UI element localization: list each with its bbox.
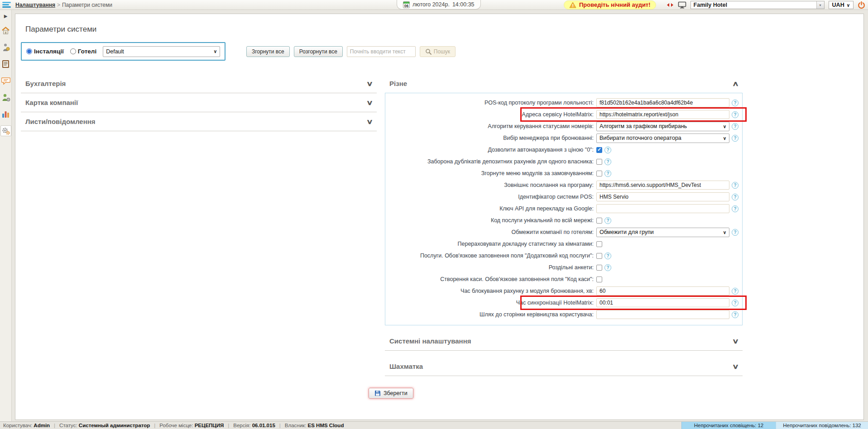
breadcrumb-current: Параметри системи bbox=[62, 2, 112, 8]
parameter-control: ? bbox=[596, 147, 740, 153]
parameter-checkbox[interactable] bbox=[596, 241, 602, 247]
sidebar: ▶ bbox=[0, 10, 12, 421]
radio-hotels-dot[interactable] bbox=[70, 48, 76, 54]
parameter-control: ? bbox=[596, 217, 740, 224]
help-icon[interactable]: ? bbox=[732, 111, 739, 118]
help-icon[interactable]: ? bbox=[604, 264, 611, 271]
unread-notifications-badge[interactable]: Непрочитаних сповіщень: 12 bbox=[681, 422, 776, 429]
profile-select-chevron-icon: ∨ bbox=[214, 49, 217, 54]
parameter-row: Заборона дублікатів депозитних рахунків … bbox=[387, 156, 740, 167]
help-icon[interactable]: ? bbox=[604, 253, 611, 259]
parameter-select[interactable]: Алгоритм за графіком прибирань∨ bbox=[596, 122, 729, 131]
section-rizne-header[interactable]: Різне ∧ bbox=[385, 74, 743, 93]
parameter-select-value: Обмежити для групи bbox=[599, 229, 654, 235]
parameter-text-input[interactable] bbox=[596, 204, 729, 213]
section-header[interactable]: Системні налаштування∨ bbox=[385, 332, 743, 351]
help-icon[interactable]: ? bbox=[732, 100, 739, 106]
currency-select[interactable]: UAH ∨ bbox=[829, 1, 854, 9]
sidebar-item-guest-icon[interactable] bbox=[0, 42, 11, 52]
collapse-all-button[interactable]: Згорнути все bbox=[246, 46, 290, 57]
section-header[interactable]: Бухгалтерія∨ bbox=[21, 74, 377, 93]
parameter-select[interactable]: Обмежити для групи∨ bbox=[596, 228, 729, 237]
help-icon[interactable]: ? bbox=[732, 288, 739, 295]
help-icon[interactable]: ? bbox=[732, 229, 739, 236]
parameter-control: Алгоритм за графіком прибирань∨? bbox=[596, 122, 740, 131]
date-text: лютого 2024р. bbox=[412, 1, 450, 8]
app-menu-icon[interactable] bbox=[0, 0, 14, 10]
parameter-text-input[interactable] bbox=[596, 310, 729, 319]
radio-installations[interactable]: Інсталяції bbox=[26, 48, 64, 55]
help-icon[interactable]: ? bbox=[604, 147, 611, 153]
help-icon[interactable]: ? bbox=[732, 182, 739, 189]
breadcrumb-settings-link[interactable]: Налаштування bbox=[15, 2, 55, 8]
parameter-checkbox[interactable] bbox=[596, 218, 602, 224]
warning-icon bbox=[569, 2, 576, 8]
section-header[interactable]: Картка компанії∨ bbox=[21, 93, 377, 112]
radio-installations-label: Інсталяції bbox=[34, 48, 64, 55]
parameter-row: Час блокування рахунку з модуля бронюван… bbox=[387, 285, 740, 297]
night-audit-warning[interactable]: Проведіть нічний аудит! bbox=[564, 0, 656, 10]
profile-select[interactable]: Default ∨ bbox=[103, 46, 220, 57]
parameter-text-input[interactable] bbox=[596, 286, 729, 296]
hotel-select[interactable]: Family Hotel ▼ bbox=[691, 1, 825, 9]
parameter-row: Час синхронізації HotelMatrix:? bbox=[387, 297, 740, 309]
parameter-label: Заборона дублікатів депозитних рахунків … bbox=[387, 158, 596, 165]
sidebar-item-settings-icon[interactable] bbox=[0, 125, 11, 136]
sidebar-item-messages-icon[interactable] bbox=[0, 75, 11, 86]
help-icon[interactable]: ? bbox=[732, 311, 739, 318]
sidebar-item-user-settings-icon[interactable] bbox=[0, 92, 11, 103]
parameter-checkbox[interactable] bbox=[596, 159, 602, 165]
expand-all-button[interactable]: Розгорнути все bbox=[294, 46, 343, 57]
parameter-text-input[interactable] bbox=[596, 181, 729, 190]
parameter-control bbox=[596, 241, 740, 247]
parameter-checkbox[interactable] bbox=[596, 253, 602, 259]
unread-messages-badge[interactable]: Непрочитаних повідомлень: 132 bbox=[776, 422, 868, 429]
parameter-control: Вибирати поточного оператора∨? bbox=[596, 133, 740, 143]
currency-chevron-icon: ∨ bbox=[847, 3, 850, 8]
parameter-text-input[interactable] bbox=[596, 298, 729, 307]
section-header[interactable]: Шахматка∨ bbox=[385, 357, 743, 376]
save-button[interactable]: Зберегти bbox=[369, 388, 413, 399]
sidebar-item-folio-icon[interactable] bbox=[0, 58, 11, 69]
sidebar-expand-icon[interactable]: ▶ bbox=[4, 14, 8, 19]
radio-hotels[interactable]: Готелі bbox=[70, 48, 96, 55]
help-icon[interactable]: ? bbox=[732, 135, 739, 142]
parameter-control: ? bbox=[596, 253, 740, 259]
workstation-icon[interactable] bbox=[678, 1, 686, 9]
sidebar-item-home-icon[interactable] bbox=[0, 25, 11, 36]
parameter-text-input[interactable] bbox=[596, 98, 729, 107]
search-input[interactable] bbox=[347, 46, 416, 57]
help-icon[interactable]: ? bbox=[604, 158, 611, 165]
help-icon[interactable]: ? bbox=[732, 300, 739, 306]
section-header[interactable]: Листи/повідомлення∨ bbox=[21, 112, 377, 131]
parameter-text-input[interactable] bbox=[596, 110, 729, 119]
parameter-checkbox[interactable] bbox=[596, 265, 602, 271]
parameter-text-input[interactable] bbox=[596, 192, 729, 201]
search-button[interactable]: Пошук bbox=[420, 46, 456, 57]
scope-filter-box: Інсталяції Готелі Default ∨ bbox=[21, 42, 225, 61]
help-icon[interactable]: ? bbox=[604, 217, 611, 224]
chevron-down-icon: ∨ bbox=[732, 337, 739, 345]
parameter-row: Шлях до сторінки керівництва користувача… bbox=[387, 309, 740, 320]
help-icon[interactable]: ? bbox=[604, 170, 611, 177]
help-icon[interactable]: ? bbox=[732, 123, 739, 130]
parameter-checkbox[interactable] bbox=[596, 276, 602, 282]
parameter-row: Ідентифікатор системи POS:? bbox=[387, 191, 740, 203]
datetime-display[interactable]: 06 лютого 2024р. 14:00:35 bbox=[397, 0, 481, 10]
parameter-checkbox[interactable] bbox=[596, 171, 602, 176]
profile-select-value: Default bbox=[106, 48, 124, 55]
help-icon[interactable]: ? bbox=[732, 194, 739, 200]
status-item: Версія: 06.01.015 bbox=[233, 423, 275, 428]
status-bar: Користувач: Admin|Статус: Системный адми… bbox=[0, 421, 868, 429]
help-icon[interactable]: ? bbox=[732, 205, 739, 212]
radio-installations-dot[interactable] bbox=[26, 48, 32, 54]
parameter-select-value: Вибирати поточного оператора bbox=[599, 135, 681, 141]
logout-power-icon[interactable] bbox=[858, 1, 865, 9]
currency-select-value: UAH bbox=[832, 2, 844, 8]
parameter-select[interactable]: Вибирати поточного оператора∨ bbox=[596, 133, 729, 143]
parameter-control: ? bbox=[596, 192, 740, 201]
sync-arrows-icon[interactable] bbox=[667, 3, 674, 7]
parameter-label: Дозволити автонарахування з ціною "0": bbox=[387, 147, 596, 153]
parameter-checkbox[interactable] bbox=[596, 147, 602, 153]
sidebar-item-reports-icon[interactable] bbox=[0, 109, 11, 119]
